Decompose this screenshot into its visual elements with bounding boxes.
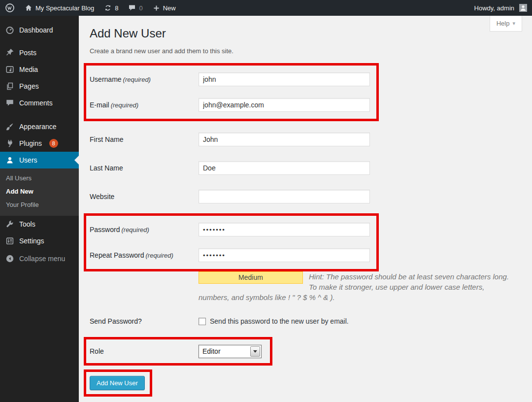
new-content-button[interactable]: New [148, 0, 181, 16]
site-menu[interactable]: My Spectacular Blog [20, 0, 99, 16]
page-intro: Create a brand new user and add them to … [90, 47, 522, 55]
wp-logo-icon [5, 3, 15, 13]
send-password-label: Send Password? [90, 317, 199, 325]
email-label: E-mail(required) [90, 101, 199, 109]
sidebar-item-label: Collapse menu [19, 255, 65, 263]
first-name-input[interactable] [199, 133, 370, 146]
sidebar-item-pages[interactable]: Pages [0, 78, 79, 95]
send-password-checkbox-label: Send this password to the new user by em… [210, 317, 349, 325]
tools-icon [5, 219, 15, 229]
website-label: Website [90, 193, 199, 201]
annotation-box-role: Role Editor [84, 337, 272, 366]
email-row: E-mail(required) [90, 92, 376, 118]
sidebar-item-posts[interactable]: Posts [0, 44, 79, 61]
admin-menu: Dashboard Posts Media Pages Comments App… [0, 16, 79, 402]
comments-indicator[interactable]: 0 [123, 0, 147, 16]
my-account-menu[interactable]: Howdy, admin [469, 0, 532, 16]
help-button[interactable]: Help ▾ [490, 16, 522, 32]
username-label: Username(required) [90, 75, 199, 83]
password-row: Password(required) [90, 217, 376, 242]
howdy-text: Howdy, admin [474, 4, 514, 12]
sidebar-item-label: Pages [19, 82, 39, 90]
avatar [519, 4, 527, 12]
media-icon [5, 65, 15, 74]
caret-down-icon: ▾ [512, 20, 515, 27]
sidebar-item-comments[interactable]: Comments [0, 95, 79, 111]
sidebar-item-settings[interactable]: Settings [0, 233, 79, 249]
caret-down-icon [253, 350, 257, 353]
last-name-row: Last Name [90, 154, 522, 182]
collapse-menu-button[interactable]: Collapse menu [0, 250, 79, 267]
sidebar-item-label: Dashboard [19, 26, 53, 34]
admin-bar: My Spectacular Blog 8 0 New Howdy, admin [0, 0, 532, 16]
comments-count: 0 [139, 4, 142, 12]
new-label: New [163, 4, 176, 12]
sidebar-item-tools[interactable]: Tools [0, 216, 79, 233]
updates-icon [104, 4, 112, 12]
first-name-row: First Name [90, 125, 522, 154]
wp-logo-button[interactable] [0, 0, 20, 16]
send-password-checkbox[interactable] [199, 318, 206, 325]
plugins-icon [5, 138, 15, 148]
settings-icon [5, 236, 15, 246]
add-new-user-button[interactable]: Add New User [90, 376, 145, 390]
site-name: My Spectacular Blog [35, 4, 94, 12]
role-label: Role [90, 347, 199, 355]
website-input[interactable] [199, 190, 370, 203]
pages-icon [5, 81, 15, 91]
repeat-password-row: Repeat Password(required) [90, 242, 376, 268]
appearance-icon [5, 122, 15, 132]
new-icon [153, 4, 160, 12]
first-name-label: First Name [90, 135, 199, 143]
main-content: Help ▾ Add New User Create a brand new u… [79, 16, 532, 402]
email-input[interactable] [199, 98, 370, 112]
sidebar-item-label: Plugins [19, 139, 42, 147]
repeat-password-label: Repeat Password(required) [90, 251, 199, 259]
sidebar-item-media[interactable]: Media [0, 61, 79, 78]
home-icon [25, 4, 33, 12]
users-submenu: All Users Add New Your Profile [0, 168, 79, 216]
sidebar-item-plugins[interactable]: Plugins 8 [0, 135, 79, 152]
role-select-value: Editor [199, 347, 250, 355]
sidebar-item-label: Settings [19, 237, 44, 245]
submenu-item-add-new[interactable]: Add New [0, 185, 79, 198]
sidebar-item-users[interactable]: Users [0, 152, 79, 168]
role-row: Role Editor [90, 340, 270, 362]
send-password-row: Send Password? Send this password to the… [90, 312, 522, 330]
last-name-label: Last Name [90, 164, 199, 172]
sidebar-item-label: Comments [19, 99, 53, 107]
sidebar-item-label: Media [19, 66, 38, 73]
comments-icon [5, 98, 15, 108]
submenu-item-your-profile[interactable]: Your Profile [0, 198, 79, 211]
password-label: Password(required) [90, 226, 199, 234]
annotation-box-username-email: Username(required) E-mail(required) [84, 63, 379, 121]
sidebar-item-appearance[interactable]: Appearance [0, 118, 79, 135]
plugins-update-badge: 8 [49, 139, 58, 148]
send-password-option[interactable]: Send this password to the new user by em… [199, 317, 349, 325]
page-title: Add New User [90, 27, 522, 40]
password-input[interactable] [199, 223, 370, 236]
posts-icon [5, 48, 15, 58]
sidebar-item-label: Users [19, 156, 37, 164]
website-row: Website [90, 182, 522, 211]
updates-indicator[interactable]: 8 [99, 0, 123, 16]
sidebar-item-label: Appearance [19, 123, 57, 131]
submenu-item-all-users[interactable]: All Users [0, 171, 79, 185]
last-name-input[interactable] [199, 161, 370, 175]
username-input[interactable] [199, 72, 370, 86]
collapse-icon [5, 254, 15, 264]
sidebar-item-dashboard[interactable]: Dashboard [0, 22, 79, 38]
annotation-box-passwords: Password(required) Repeat Password(requi… [84, 213, 379, 271]
sidebar-item-label: Tools [19, 220, 35, 228]
comments-icon [128, 4, 136, 12]
password-strength-indicator: Medium [199, 271, 303, 284]
role-select-arrow-button[interactable] [250, 346, 260, 357]
help-label: Help [497, 20, 510, 27]
annotation-box-submit: Add New User [84, 369, 152, 397]
repeat-password-input[interactable] [199, 248, 370, 262]
username-row: Username(required) [90, 67, 376, 92]
password-strength-section: Medium Hint: The password should be at l… [199, 271, 512, 302]
dashboard-icon [5, 25, 15, 35]
role-select[interactable]: Editor [199, 345, 262, 358]
updates-count: 8 [115, 4, 118, 12]
